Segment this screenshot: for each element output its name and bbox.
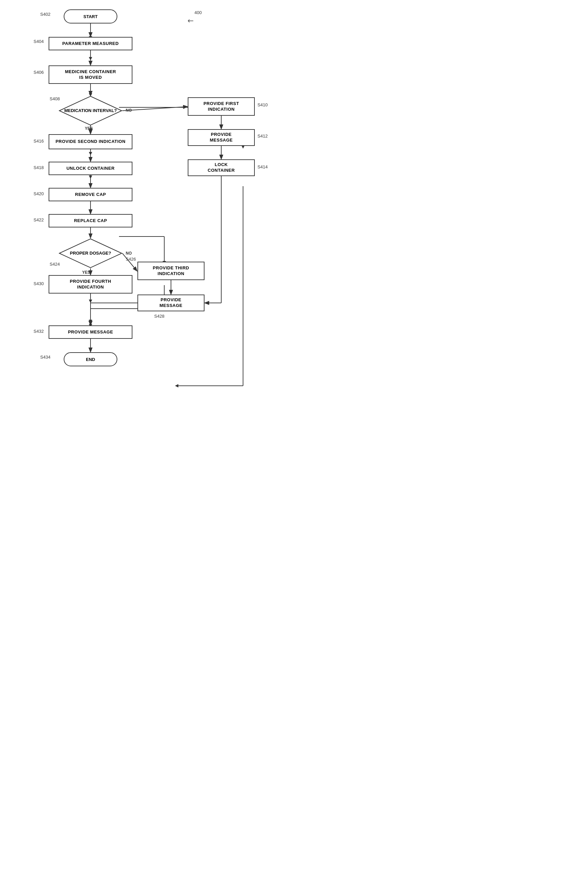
s428-node: PROVIDE MESSAGE <box>138 295 204 311</box>
s404-ref: S404 <box>33 39 44 44</box>
s410-ref: S410 <box>258 102 267 107</box>
s418-node: UNLOCK CONTAINER <box>49 162 132 175</box>
s420-node: REMOVE CAP <box>49 188 132 201</box>
s408-no-label: NO <box>126 108 132 113</box>
s428-ref: S428 <box>154 314 164 319</box>
s422-node: REPLACE CAP <box>49 214 132 227</box>
s434-ref: S434 <box>40 355 50 359</box>
s404-node: PARAMETER MEASURED <box>49 37 132 50</box>
s430-ref: S430 <box>33 281 44 286</box>
s426-ref: S426 <box>126 257 136 262</box>
s408-node: MEDICATION INTERVAL? <box>58 96 122 126</box>
s426-node: PROVIDE THIRD INDICATION <box>138 262 204 280</box>
s408-ref: S408 <box>50 96 60 101</box>
s430-node: PROVIDE FOURTH INDICATION <box>49 275 132 293</box>
s406-node: MEDICINE CONTAINER IS MOVED <box>49 65 132 84</box>
s432-node: PROVIDE MESSAGE <box>49 325 132 339</box>
s432-ref: S432 <box>33 329 44 334</box>
s420-ref: S420 <box>33 191 44 196</box>
flowchart-arrows <box>0 0 294 386</box>
svg-line-44 <box>122 107 187 111</box>
s414-node: LOCK CONTAINER <box>188 159 255 176</box>
s412-node: PROVIDE MESSAGE <box>188 129 255 146</box>
s406-ref: S406 <box>33 70 44 75</box>
s412-ref: S412 <box>258 134 267 138</box>
s414-ref: S414 <box>258 164 267 170</box>
end-node: END <box>64 352 117 366</box>
s424-no-label: NO <box>126 251 132 256</box>
s410-node: PROVIDE FIRST INDICATION <box>188 97 255 116</box>
s424-yes-label: YES <box>82 270 90 275</box>
svg-line-55 <box>122 253 137 271</box>
flowchart-diagram: 400 ↗ <box>0 0 294 446</box>
s422-ref: S422 <box>33 217 44 222</box>
s402-ref: S402 <box>40 12 50 17</box>
inner-diagram: START S402 PARAMETER MEASURED S404 MEDIC… <box>0 0 294 446</box>
s416-ref: S416 <box>33 138 44 144</box>
s418-ref: S418 <box>33 165 44 170</box>
s408-yes-label: YES <box>85 126 93 131</box>
s424-ref: S424 <box>50 262 60 267</box>
start-node: START <box>64 9 117 24</box>
s424-node: PROPER DOSAGE? <box>58 238 122 268</box>
s416-node: PROVIDE SECOND INDICATION <box>49 134 132 149</box>
